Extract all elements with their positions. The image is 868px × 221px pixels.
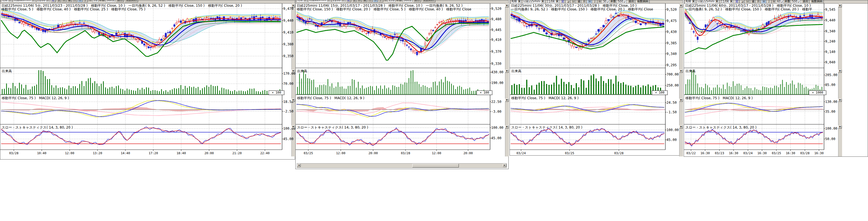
stochastics-section-label: スロー・ストキャスティクス( 14, 3, 80, 20 ) [685, 125, 756, 130]
y-axis-label: 22.50 [491, 100, 501, 104]
scroll-down-button-1[interactable]: ▼ [679, 70, 683, 73]
y-axis-label: 190.00 [491, 81, 503, 85]
x-axis-label: 12:00 [65, 151, 74, 155]
stochastic-plot [297, 128, 489, 146]
volume-multiplier-badge: × 100 [269, 91, 284, 95]
volume-section-label: 出来高 [297, 69, 307, 73]
y-axis-label: 9,240 [825, 39, 835, 43]
y-axis-label: 50.00 [825, 137, 835, 141]
scroll-down-button-3[interactable]: ▼ [291, 125, 295, 129]
stochastic-plot [685, 129, 823, 146]
y-axis-label: 100.00 [666, 128, 679, 132]
y-axis-label: 9,480 [491, 17, 501, 21]
chart-title-line2: 一目均衡表( 9, 26, 52 ) 移動平均( Close, 150 ) 移動… [511, 8, 664, 11]
macd-plot [510, 104, 665, 113]
macd-plot [685, 103, 824, 117]
volume-bars [510, 74, 665, 94]
x-axis-label: 03/24 [516, 151, 526, 155]
scroll-down-button-0[interactable]: ▼ [838, 4, 842, 7]
y-axis-label: 85.00 [825, 83, 835, 87]
y-axis-label: -1.50 [666, 110, 677, 114]
vertical-scrollbar[interactable] [291, 3, 296, 156]
scroll-down-button-1[interactable]: ▼ [838, 70, 842, 73]
x-axis-label: 16:30 [757, 151, 767, 155]
y-axis-label: 250.00 [666, 84, 679, 87]
chart-plot-area[interactable] [510, 0, 683, 156]
macd-plot [1, 100, 282, 117]
vertical-scrollbar[interactable] [679, 3, 683, 156]
y-axis-label: 9,545 [825, 8, 835, 11]
scroll-down-button-1[interactable]: ▼ [291, 70, 295, 73]
scroll-down-button-0[interactable]: ▼ [291, 4, 295, 7]
y-axis-label: 24.50 [666, 101, 677, 104]
y-axis-label: 9,295 [666, 63, 677, 67]
volume-section-label: 出来高 [2, 69, 12, 73]
chart-window-4: 先物▼ 日経225mini▼ 11/06▼ 定 ⊿日週月分丁 分 60⊿ 本数 … [684, 0, 868, 157]
scroll-down-button-3[interactable]: ▼ [679, 125, 683, 129]
scroll-down-button-2[interactable]: ▼ [679, 99, 683, 102]
scroll-down-button-1[interactable]: ▼ [505, 70, 509, 73]
x-axis-label: 03/22 [686, 151, 695, 155]
chart-title-line1: 日経225mini 11/06( 5分, 2011/03/23 - 2011/0… [1, 4, 280, 8]
y-axis-label: 45.00 [666, 138, 677, 142]
volume-bars [297, 70, 490, 94]
stochastics-section-label: スロー・ストキャスティクス( 14, 3, 80, 20 ) [511, 125, 582, 130]
chart-plot-area[interactable] [0, 0, 296, 160]
scroll-down-button-3[interactable]: ▼ [838, 125, 842, 129]
x-axis-label: 10:40 [37, 151, 46, 155]
y-axis-label: 205.00 [825, 73, 837, 77]
y-axis-label: 9,140 [825, 50, 835, 54]
vertical-scrollbar[interactable] [838, 3, 842, 156]
chart-title-line2: 一目均衡表( 9, 26, 52 ) 移動平均( Close, 150 ) 移動… [685, 8, 823, 11]
y-axis-label: 9,370 [491, 50, 501, 54]
x-axis-label: 20:00 [368, 151, 378, 155]
chart-plot-area[interactable] [296, 0, 509, 169]
y-axis-label: 9,340 [825, 29, 835, 33]
y-axis-label: 9,475 [666, 19, 677, 23]
scroll-down-button-2[interactable]: ▼ [838, 99, 842, 102]
x-axis-label: 03/24 [743, 151, 752, 155]
y-axis-label: 100.00 [825, 127, 837, 130]
chart-title-line1: 日経225mini 11/06( 60分, 2011/03/17 - 2011/… [685, 4, 823, 8]
y-axis-label: 9,520 [491, 7, 501, 11]
y-axis-label: 9,520 [666, 8, 677, 11]
chart-window-1: 先物▼ 日経225mini▼ 11/06▼ 定 ⊿日週月分丁 分 5⊿ 本数 5… [0, 0, 295, 160]
x-axis-label: 16:30 [700, 151, 710, 155]
horizontal-scrollbar[interactable]: ◄► [297, 163, 507, 168]
chart-title-line2: 移動平均( Close, 5 ) 移動平均( Close, 40 ) 移動平均(… [1, 8, 280, 11]
x-axis-label: 12:00 [432, 151, 441, 155]
x-axis-label: 17:20 [149, 151, 158, 155]
chart-title-line1: 日経225mini 11/06( 30分, 2011/03/17 - 2011/… [511, 4, 664, 8]
x-axis-label: 03/25 [304, 151, 313, 155]
vertical-scrollbar[interactable] [505, 3, 509, 156]
macd-section-label: 移動平均( Close, 75 ) MACD( 12, 26, 9 ) [297, 96, 364, 101]
x-axis-label: 16:30 [786, 151, 795, 155]
chart-title-line1: 日経225mini 11/06( 15分, 2011/03/17 - 2011/… [297, 4, 488, 8]
macd-section-label: 移動平均( Close, 75 ) MACD( 12, 26, 9 ) [685, 96, 753, 101]
scroll-right-button[interactable]: ► [503, 164, 506, 167]
chart-window-3: 先物▼ 日経225mini▼ 11/06▼ 定 ⊿日週月分丁 分 30⊿ 本数 … [509, 0, 683, 156]
x-axis-label: 12:00 [336, 151, 345, 155]
x-axis-label: 16:30 [814, 151, 824, 155]
y-axis-label: 9,430 [666, 30, 677, 34]
y-axis-label: 9,380 [283, 42, 293, 46]
volume-section-label: 出来高 [685, 69, 695, 73]
x-axis-label: 03/23 [715, 151, 724, 155]
y-axis-label: -3.00 [491, 109, 501, 114]
stochastics-section-label: スロー・ストキャスティクス( 14, 3, 80, 20 ) [2, 125, 73, 130]
scroll-down-button-3[interactable]: ▼ [505, 125, 509, 129]
y-axis-label: 9,040 [825, 60, 835, 64]
scroll-left-button[interactable]: ◄ [297, 164, 301, 167]
y-axis-label: 9,350 [283, 54, 293, 58]
scroll-down-button-0[interactable]: ▼ [505, 4, 509, 7]
x-axis-label: 20:00 [463, 151, 473, 155]
scroll-down-button-2[interactable]: ▼ [291, 99, 295, 102]
x-axis-label: 03/28 [9, 151, 18, 155]
y-axis-label: 9,440 [825, 18, 835, 22]
x-axis-label: 03/25 [772, 151, 781, 155]
x-axis-label: 03/28 [800, 151, 809, 155]
stochastics-section-label: スロー・ストキャスティクス( 14, 3, 80, 20 ) [297, 125, 368, 130]
scrollbar-thumb[interactable] [412, 164, 459, 167]
scroll-down-button-0[interactable]: ▼ [679, 4, 683, 7]
scroll-down-button-2[interactable]: ▼ [505, 99, 509, 102]
